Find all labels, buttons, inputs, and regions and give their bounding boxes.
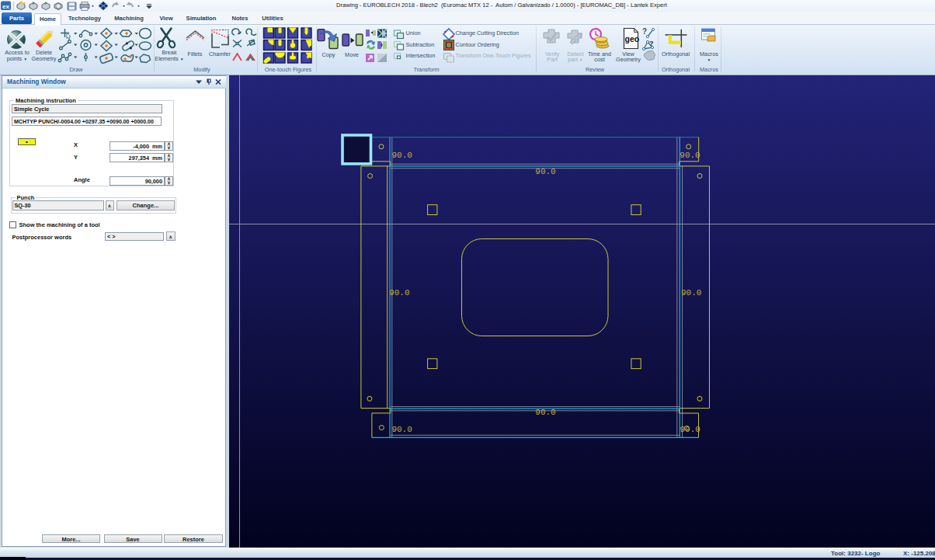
svg-text:90.0: 90.0 [392,151,412,160]
svg-text:90.0: 90.0 [535,167,555,176]
svg-text:90.0: 90.0 [391,425,412,434]
svg-text:90.0: 90.0 [681,288,701,297]
svg-text:90.0: 90.0 [389,288,409,297]
svg-text:?: ? [642,27,647,36]
svg-text:?: ? [649,40,654,47]
svg-text:90.0: 90.0 [680,425,700,434]
svg-text:geo: geo [625,34,640,43]
svg-text:ex: ex [2,3,9,10]
svg-text:90.0: 90.0 [680,151,700,160]
svg-text:90.0: 90.0 [535,408,555,417]
